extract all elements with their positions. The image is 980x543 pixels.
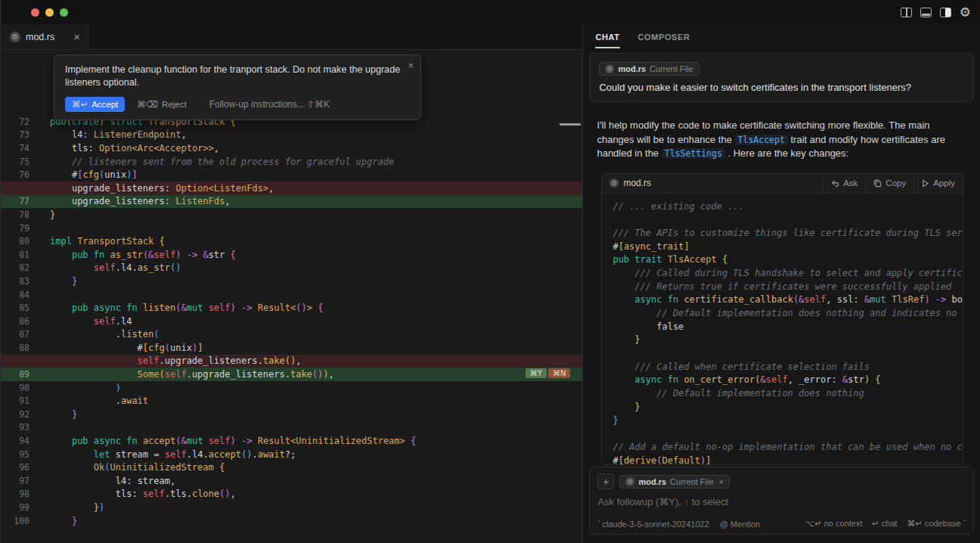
apply-button[interactable]: Apply	[913, 174, 963, 193]
code-text: tls: Option<Arc<Acceptor>>,	[37, 143, 219, 154]
line-number: 86	[1, 316, 37, 327]
line-number: 72	[1, 116, 37, 127]
codeblock-line: /// Returns true if certificates were su…	[612, 281, 963, 295]
code-text: l4: stream,	[37, 476, 175, 486]
code-line: 78}	[1, 208, 582, 222]
tab-chat[interactable]: CHAT	[595, 26, 619, 48]
accept-hunk-badge[interactable]: ⌘Y	[526, 368, 547, 378]
reject-hunk-badge[interactable]: ⌘N	[548, 368, 570, 378]
code-editor[interactable]: 72pub(crate) struct TransportStack {73 l…	[1, 115, 582, 527]
chat-shortcut[interactable]: ↵ chat	[873, 519, 898, 529]
ask-button[interactable]: Ask	[823, 174, 865, 193]
codeblock-content: // ... existing code .../// The APIs to …	[602, 194, 963, 464]
titlebar: ⚙	[1, 0, 980, 24]
code-text: })	[37, 502, 104, 513]
hunk-badges: ⌘Y⌘N	[526, 368, 571, 378]
code-text: upgrade_listeners: ListenFds,	[37, 196, 230, 206]
copy-icon	[873, 179, 882, 188]
diff-deleted-line: self.upgrade_listeners.take(),	[1, 355, 582, 368]
tab-mod-rs[interactable]: ⚙ mod.rs ×	[1, 24, 88, 49]
code-line: 94 pub async fn accept(&mut self) -> Res…	[1, 434, 582, 448]
chat-input-box[interactable]: + ⚙ mod.rs Current File × Ask followup (…	[589, 467, 974, 535]
tab-close-icon[interactable]: ×	[73, 31, 80, 42]
line-number: 95	[1, 449, 37, 460]
diff-added-line: 77 upgrade_listeners: ListenFds,	[1, 195, 582, 209]
undo-icon	[831, 179, 839, 188]
toggle-panel-icon[interactable]	[920, 8, 932, 17]
add-context-button[interactable]: +	[597, 473, 614, 489]
line-number: 92	[1, 409, 37, 420]
code-line: 84	[1, 288, 582, 302]
codeblock-line: #[async_trait]	[612, 241, 963, 255]
code-line: 81 pub fn as_str(&self) -> &str {	[1, 248, 582, 262]
popup-close-icon[interactable]: ×	[408, 60, 414, 71]
code-text: l4: ListenerEndpoint,	[37, 129, 187, 140]
line-number: 97	[1, 476, 37, 486]
code-text: .await	[37, 396, 148, 406]
accept-shortcut: ⌘↵	[72, 99, 88, 110]
codebase-shortcut[interactable]: ⌘↵ codebase ˆ	[907, 519, 966, 529]
code-line: 82 self.l4.as_str()	[1, 262, 582, 275]
codeblock-line: /// The APIs to customize things like ce…	[612, 228, 963, 241]
code-text: pub fn as_str(&self) -> &str {	[37, 250, 236, 260]
code-text: upgrade_listeners: Option<ListenFds>,	[37, 183, 274, 194]
code-text: tls: self.tls.clone(),	[37, 489, 236, 499]
code-line: 90 )	[1, 381, 582, 395]
line-number: 82	[1, 262, 37, 273]
code-line: 87 .listen(	[1, 328, 582, 342]
copy-button[interactable]: Copy	[865, 174, 913, 193]
codeblock-line: // Add a default no-op implementation th…	[612, 442, 963, 455]
chat-input-footer: ˆ claude-3-5-sonnet-20241022 @ Mention ⌥…	[597, 519, 966, 529]
zoom-window-button[interactable]	[60, 8, 68, 17]
codeblock-line: // Default implementation does nothing	[612, 388, 963, 402]
accept-button[interactable]: ⌘↵ Accept	[65, 97, 125, 112]
code-line: 98 tls: self.tls.clone(),	[1, 488, 582, 501]
user-message-text: Could you make it easier to switch certi…	[599, 82, 964, 93]
code-text: Ok(UninitializedStream {	[37, 462, 225, 473]
codeblock-line: // ... existing code ...	[612, 201, 963, 215]
codeblock-line: /// Called during TLS handshake to selec…	[612, 268, 963, 281]
code-text: // listeners sent from the old process f…	[37, 157, 394, 167]
codeblock-line	[612, 348, 963, 361]
chip-close-icon[interactable]: ×	[719, 477, 724, 486]
close-window-button[interactable]	[31, 8, 39, 17]
toggle-sidebar-right-icon[interactable]	[940, 8, 951, 17]
line-number: 85	[1, 303, 37, 313]
line-number: 81	[1, 250, 37, 260]
assistant-codeblock: ⚙ mod.rs Ask Copy	[601, 173, 963, 465]
codeblock-line: }	[612, 402, 963, 415]
line-number: 98	[1, 489, 37, 499]
code-text: pub async fn accept(&mut self) -> Result…	[37, 436, 416, 446]
followup-instructions[interactable]: Follow-up instructions... ⇧⌘K	[209, 99, 330, 110]
code-text: #[cfg(unix)]	[37, 343, 203, 353]
code-line: 83 }	[1, 275, 582, 288]
code-text: impl TransportStack {	[37, 236, 165, 247]
minimize-window-button[interactable]	[45, 8, 54, 17]
play-icon	[922, 179, 929, 188]
line-number: 91	[1, 396, 37, 406]
code-text: }	[37, 516, 77, 526]
code-text: pub async fn listen(&mut self) -> Result…	[37, 303, 323, 313]
no-context-shortcut[interactable]: ⌥↵ no context	[805, 519, 863, 529]
code-line: 79	[1, 222, 582, 235]
chat-input-placeholder[interactable]: Ask followup (⌘Y), ↑ to select	[597, 496, 966, 507]
code-line: 76 #[cfg(unix)]	[1, 168, 582, 182]
split-editor-icon[interactable]	[901, 8, 912, 17]
rust-file-icon: ⚙	[609, 178, 619, 188]
tab-composer[interactable]: COMPOSER	[638, 26, 690, 48]
code-text: self.upgrade_listeners.take(),	[37, 355, 301, 366]
line-number: 89	[1, 369, 37, 380]
chevron-up-icon: ˆ	[963, 520, 966, 528]
code-line: 96 Ok(UninitializedStream {	[1, 461, 582, 474]
reject-button[interactable]: ⌘⌫ Reject	[137, 99, 186, 110]
code-line: 93	[1, 421, 582, 435]
editor-body: Implement the cleanup function for the t…	[1, 50, 582, 543]
line-number: 99	[1, 502, 37, 513]
line-number: 79	[1, 223, 37, 234]
codeblock-line	[612, 214, 963, 228]
inline-edit-prompt: Implement the cleanup function for the t…	[65, 64, 407, 89]
model-selector[interactable]: ˆ claude-3-5-sonnet-20241022	[597, 520, 709, 529]
mention-button[interactable]: @ Mention	[720, 520, 760, 529]
code-line: 91 .await	[1, 394, 582, 408]
settings-gear-icon[interactable]: ⚙	[960, 6, 971, 19]
